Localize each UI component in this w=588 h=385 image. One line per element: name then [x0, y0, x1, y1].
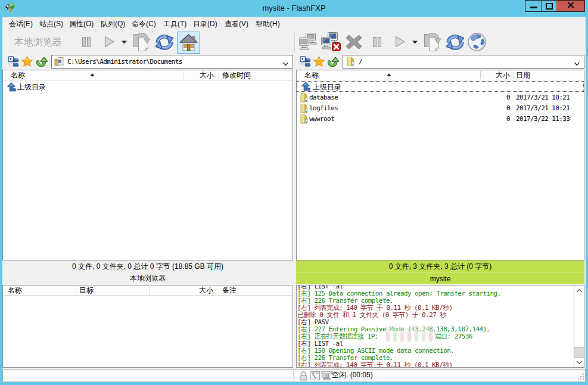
sort-ascending-icon	[90, 73, 95, 76]
start-dropdown-local[interactable]	[122, 41, 127, 44]
combobox-dropdown-icon[interactable]	[283, 60, 288, 68]
menu-bar: 会话(E) 站点(S) 属性(O) 队列(Q) 命令(C) 工具(T) 目录(D…	[2, 17, 586, 30]
refresh-button-local[interactable]	[155, 34, 173, 51]
local-status-counts: 0 文件, 0 文件夹, 0 总计 0 字节 (18.85 GB 可用)	[2, 260, 293, 272]
folder-icon	[346, 57, 356, 68]
globe-button[interactable]	[467, 32, 487, 52]
scrollbar-thumb[interactable]	[574, 347, 584, 358]
log-line: 已删除 0 文件 和 1 文件夹 (0 字节) 于 0.27 秒	[297, 312, 573, 319]
log-scrollbar[interactable]	[574, 285, 584, 367]
queue-header: 名称 目标 大小 备注	[3, 285, 293, 296]
combobox-dropdown-icon[interactable]	[574, 60, 580, 68]
local-status-panel: 0 文件, 0 文件夹, 0 总计 0 字节 (18.85 GB 可用) 本地浏…	[2, 260, 293, 284]
parent-directory-row[interactable]: 上级目录	[297, 81, 584, 92]
toolbar-separator	[294, 33, 295, 52]
window-title: mysite - FlashFXP	[0, 0, 588, 16]
transfer-button-local[interactable]	[132, 32, 151, 52]
maximize-button[interactable]	[542, 0, 557, 12]
menu-queue[interactable]: 队列(Q)	[101, 17, 125, 30]
queue-list: 名称 目标 大小 备注	[2, 285, 293, 368]
up-directory-button-local[interactable]	[36, 55, 48, 67]
close-button[interactable]	[556, 0, 585, 12]
log-pane: [右] LIST -al [右] 125 Data connection alr…	[296, 285, 584, 368]
remote-status-name: mysite	[296, 272, 584, 284]
statusbar-text: 空闲. (00:05)	[332, 370, 373, 381]
up-directory-icon	[7, 82, 17, 94]
flashfxp-window: mysite - FlashFXP 会话(E) 站点(S) 属性(O) 队列(Q…	[0, 0, 588, 385]
menu-commands[interactable]: 命令(C)	[132, 17, 156, 30]
folder-row-logfiles[interactable]: logfiles 0 2017/3/21 10:21	[297, 103, 584, 114]
column-size[interactable]: 大小	[183, 70, 214, 80]
home-button[interactable]	[177, 32, 200, 54]
connect-button[interactable]	[298, 33, 317, 51]
folder-tree-button-local[interactable]	[8, 56, 18, 67]
remote-list-header: 名称 大小 日期	[297, 70, 584, 80]
column-remark[interactable]: 备注	[222, 285, 237, 295]
remote-path-combobox[interactable]: /	[343, 55, 584, 69]
favorites-button-remote[interactable]	[313, 56, 325, 67]
log-line: [右] 列表完成: 140 字节 于 0.11 秒 (0.1 KB/秒)	[297, 362, 573, 368]
privacy-mosaic	[386, 327, 435, 341]
column-target[interactable]: 目标	[79, 285, 94, 295]
winsock-icon	[310, 371, 321, 383]
remote-file-list: 名称 大小 日期 上级目录 database 0 2017/3/21 10:21…	[296, 70, 584, 260]
scroll-down-icon[interactable]	[574, 357, 584, 367]
refresh-button-remote[interactable]	[446, 34, 464, 51]
up-directory-button-remote[interactable]	[328, 55, 339, 67]
local-file-list: 名称 大小 修改时间 上级目录	[2, 70, 293, 260]
up-directory-icon	[301, 82, 311, 93]
favorites-button-local[interactable]	[21, 56, 33, 67]
menu-directory[interactable]: 目录(D)	[193, 17, 217, 30]
column-name[interactable]: 名称	[11, 70, 25, 80]
column-name[interactable]: 名称	[8, 285, 22, 295]
statusbar-divider	[293, 371, 294, 380]
start-queue-button-local[interactable]	[102, 35, 116, 48]
menu-help[interactable]: 帮助(H)	[256, 17, 280, 30]
column-modified[interactable]: 修改时间	[222, 70, 251, 80]
scroll-up-icon[interactable]	[574, 285, 584, 296]
lock-icon	[299, 371, 308, 383]
menu-view[interactable]: 查看(V)	[225, 17, 248, 30]
local-path-text: C:\Users\Administrator\Documents	[67, 55, 182, 68]
compression-icon	[321, 371, 333, 383]
log-content: [右] LIST -al [右] 125 Data connection alr…	[297, 285, 573, 368]
menu-tools[interactable]: 工具(T)	[163, 17, 186, 30]
folder-tree-button-remote[interactable]	[300, 56, 310, 67]
remote-status-counts: 0 文件, 3 文件夹, 3 总计 (0 字节)	[296, 260, 584, 272]
column-size[interactable]: 大小	[149, 285, 213, 295]
start-queue-button-remote[interactable]	[393, 35, 406, 48]
minimize-button[interactable]	[525, 0, 542, 12]
resize-grip[interactable]	[578, 374, 584, 380]
column-name[interactable]: 名称	[304, 70, 319, 80]
local-status-name: 本地浏览器	[2, 272, 293, 284]
remote-path-text: /	[359, 55, 362, 68]
titlebar: mysite - FlashFXP	[0, 0, 588, 17]
local-list-header: 名称 大小 修改时间	[3, 70, 293, 80]
folder-icon	[299, 114, 309, 126]
column-date[interactable]: 日期	[516, 70, 530, 80]
remote-status-panel: 0 文件, 3 文件夹, 3 总计 (0 字节) mysite	[296, 260, 584, 284]
column-size[interactable]: 大小	[480, 70, 510, 80]
disconnect-button[interactable]	[321, 32, 341, 51]
folder-row-database[interactable]: database 0 2017/3/21 10:21	[297, 92, 584, 103]
minimize-icon	[530, 7, 537, 8]
parent-directory-row[interactable]: 上级目录	[3, 82, 293, 92]
documents-icon	[54, 57, 64, 69]
status-bar: 空闲. (00:05)	[2, 369, 586, 381]
abort-button[interactable]	[344, 33, 364, 51]
folder-row-wwwroot[interactable]: wwwroot 0 2017/3/22 11:33	[297, 114, 584, 125]
local-browser-label: 本地浏览器	[14, 36, 62, 49]
close-icon	[567, 2, 574, 10]
maximize-icon	[546, 3, 553, 10]
transfer-button-remote[interactable]	[422, 32, 442, 52]
menu-site[interactable]: 站点(S)	[39, 17, 63, 30]
local-path-combobox[interactable]: C:\Users\Administrator\Documents	[51, 55, 293, 69]
pause-queue-button-local[interactable]	[81, 36, 92, 48]
sort-ascending-icon	[387, 73, 391, 76]
menu-session[interactable]: 会话(E)	[9, 17, 33, 30]
menu-options[interactable]: 属性(O)	[69, 17, 94, 30]
start-dropdown-remote[interactable]	[412, 41, 418, 44]
pause-queue-button-remote[interactable]	[372, 36, 382, 48]
